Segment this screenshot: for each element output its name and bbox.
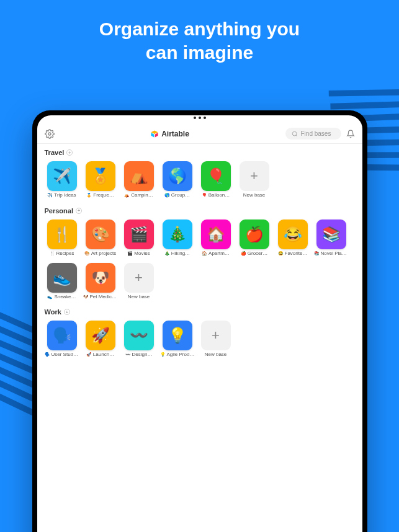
base-item[interactable]: 🎄🎄 Hiking…	[160, 219, 195, 257]
base-label: ✈️ Trip Ideas	[47, 193, 76, 198]
section-title[interactable]: Travel+	[45, 149, 355, 156]
base-item[interactable]: 💡💡 Agile Product…	[160, 321, 195, 358]
base-label: 🎨 Art projects	[84, 251, 116, 257]
section-name: Personal	[45, 207, 73, 215]
base-item[interactable]: 🌎🌎 Group…	[160, 161, 195, 198]
base-label: 🎈 Balloon…	[202, 193, 230, 198]
base-item[interactable]: 🍴🍴 Recipes	[45, 219, 79, 257]
new-base-label: New base	[243, 193, 266, 198]
workspace-section: Personal+🍴🍴 Recipes🎨🎨 Art projects🎬🎬 Mov…	[45, 207, 355, 300]
base-label: 👟 Sneake…	[47, 295, 76, 300]
camera-notch	[181, 117, 218, 120]
section-name: Work	[45, 308, 61, 316]
section-name: Travel	[45, 149, 65, 156]
plus-icon: +	[240, 161, 269, 191]
base-tile-icon: 👟	[47, 263, 77, 293]
base-label: 🗣️ User Studies	[45, 352, 79, 358]
base-tile-icon: 🐶	[86, 263, 115, 293]
new-base-button[interactable]: +New base	[199, 321, 233, 358]
brand: Airtable	[60, 130, 280, 138]
app-screen: Airtable Find bases Travel+✈️✈️ Trip Ide…	[37, 115, 362, 532]
base-tile-icon: 〰️	[124, 321, 154, 350]
brand-logo-icon	[150, 130, 159, 138]
svg-point-18	[292, 131, 297, 136]
base-item[interactable]: 🎨🎨 Art projects	[83, 219, 118, 257]
add-circle-icon[interactable]: +	[66, 149, 73, 156]
base-label: 💡 Agile Product…	[160, 352, 195, 358]
notifications-icon[interactable]	[346, 130, 355, 138]
svg-point-14	[48, 133, 51, 135]
base-label: 🌎 Group…	[164, 193, 190, 198]
new-base-label: New base	[205, 352, 227, 358]
tablet-frame: Airtable Find bases Travel+✈️✈️ Trip Ide…	[32, 110, 367, 532]
base-label: 😂 Favorite…	[278, 251, 308, 257]
base-item[interactable]: 〰️〰️ Design…	[122, 321, 156, 358]
new-base-label: New base	[128, 295, 150, 300]
workspace-section: Work+🗣️🗣️ User Studies🚀🚀 Launch…〰️〰️ Des…	[45, 308, 355, 358]
base-label: 🏠 Apartm…	[202, 251, 230, 257]
base-label: 🐶 Pet Medical…	[83, 295, 118, 300]
base-item[interactable]: 🏠🏠 Apartm…	[199, 219, 233, 257]
plus-icon: +	[124, 263, 154, 293]
base-tile-icon: 💡	[163, 321, 192, 350]
add-circle-icon[interactable]: +	[64, 309, 70, 315]
marketing-headline: Organize anything you can imagine	[0, 0, 399, 64]
base-label: 🏅 Freque…	[86, 193, 114, 198]
base-item[interactable]: 🚀🚀 Launch…	[83, 321, 118, 358]
add-circle-icon[interactable]: +	[76, 208, 82, 214]
top-bar: Airtable Find bases	[37, 122, 362, 144]
base-item[interactable]: 😂😂 Favorite…	[276, 219, 310, 257]
base-item[interactable]: 🍎🍎 Grocer…	[237, 219, 272, 257]
base-grid: ✈️✈️ Trip Ideas🏅🏅 Freque…⛺⛺ Campin…🌎🌎 Gr…	[45, 161, 355, 198]
base-label: 🎬 Movies	[127, 251, 150, 257]
search-input[interactable]: Find bases	[285, 128, 341, 140]
section-title[interactable]: Personal+	[45, 207, 355, 215]
new-base-button[interactable]: +New base	[237, 161, 272, 198]
plus-icon: +	[201, 321, 231, 350]
workspace-section: Travel+✈️✈️ Trip Ideas🏅🏅 Freque…⛺⛺ Campi…	[45, 149, 355, 198]
base-grid: 🗣️🗣️ User Studies🚀🚀 Launch…〰️〰️ Design…💡…	[45, 321, 355, 358]
section-title[interactable]: Work+	[45, 308, 355, 316]
svg-line-19	[295, 135, 297, 136]
base-item[interactable]: 🎈🎈 Balloon…	[199, 161, 233, 198]
base-tile-icon: 🏠	[201, 219, 231, 249]
base-grid: 🍴🍴 Recipes🎨🎨 Art projects🎬🎬 Movies🎄🎄 Hik…	[45, 219, 355, 300]
base-tile-icon: 📚	[316, 219, 346, 249]
base-tile-icon: 🗣️	[47, 321, 77, 350]
new-base-button[interactable]: +New base	[122, 263, 156, 300]
base-item[interactable]: 📚📚 Novel Planning	[314, 219, 349, 257]
base-item[interactable]: ⛺⛺ Campin…	[122, 161, 156, 198]
brand-name: Airtable	[161, 130, 189, 138]
base-tile-icon: ⛺	[124, 161, 154, 191]
search-placeholder: Find bases	[301, 130, 331, 137]
base-item[interactable]: 🏅🏅 Freque…	[83, 161, 118, 198]
base-item[interactable]: 🗣️🗣️ User Studies	[45, 321, 79, 358]
base-tile-icon: 🎄	[163, 219, 192, 249]
base-tile-icon: ✈️	[47, 161, 77, 191]
base-tile-icon: 🎈	[201, 161, 231, 191]
base-tile-icon: 🎬	[124, 219, 154, 249]
base-label: 〰️ Design…	[125, 352, 153, 358]
base-tile-icon: 🍎	[240, 219, 269, 249]
search-icon	[292, 131, 298, 137]
base-tile-icon: 🏅	[86, 161, 115, 191]
base-label: 🎄 Hiking…	[164, 251, 190, 257]
base-label: 🚀 Launch…	[86, 352, 114, 358]
base-tile-icon: 🎨	[86, 219, 115, 249]
base-label: 📚 Novel Planning	[314, 251, 349, 257]
base-tile-icon: 🍴	[47, 219, 77, 249]
base-label: 🍴 Recipes	[50, 251, 74, 257]
base-tile-icon: 😂	[278, 219, 308, 249]
base-tile-icon: 🚀	[86, 321, 115, 350]
base-item[interactable]: 🐶🐶 Pet Medical…	[83, 263, 118, 300]
base-tile-icon: 🌎	[163, 161, 192, 191]
base-item[interactable]: ✈️✈️ Trip Ideas	[45, 161, 79, 198]
base-label: 🍎 Grocer…	[241, 251, 267, 257]
base-item[interactable]: 🎬🎬 Movies	[122, 219, 156, 257]
base-item[interactable]: 👟👟 Sneake…	[45, 263, 79, 300]
settings-icon[interactable]	[45, 129, 55, 139]
base-label: ⛺ Campin…	[124, 193, 153, 198]
